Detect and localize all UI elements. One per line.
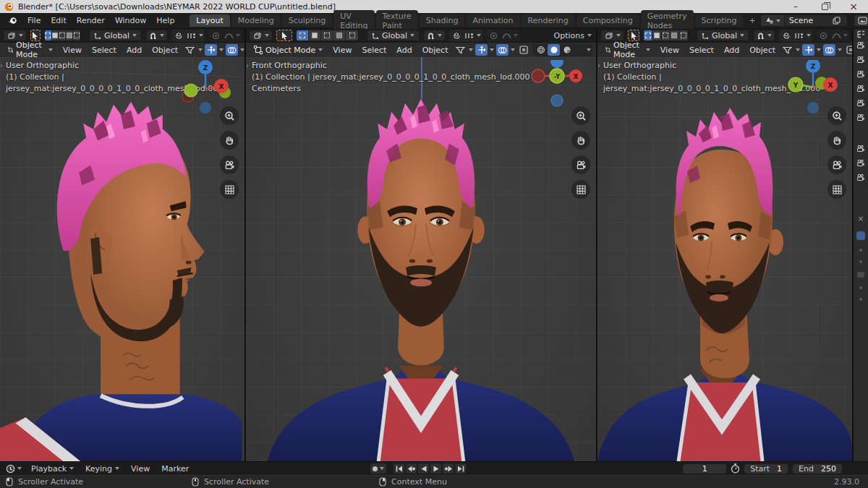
overlays-toggle[interactable] xyxy=(226,44,238,56)
end-frame-field[interactable]: End250 xyxy=(792,463,843,474)
zoom-button[interactable] xyxy=(571,106,590,125)
maximize-button[interactable] xyxy=(810,0,839,13)
select-mode-extend[interactable] xyxy=(309,30,321,40)
scene-name[interactable]: Scene xyxy=(785,16,830,25)
menu-render[interactable]: Render xyxy=(72,16,110,25)
properties-tab[interactable] xyxy=(857,272,864,278)
properties-tab-active[interactable] xyxy=(856,231,865,240)
select-mode-intersect[interactable] xyxy=(679,30,688,40)
camera-view-button[interactable] xyxy=(220,155,239,174)
camera-icon[interactable] xyxy=(856,56,866,64)
tab-texture-paint[interactable]: Texture Paint xyxy=(376,10,418,32)
proportional-falloff-button[interactable] xyxy=(793,30,806,41)
properties-tab[interactable] xyxy=(859,286,862,289)
menu-select[interactable]: Select xyxy=(685,46,718,55)
menu-object[interactable]: Object xyxy=(745,46,780,55)
tab-sculpting[interactable]: Sculpting xyxy=(282,14,332,27)
select-mode-new[interactable] xyxy=(45,30,52,40)
gizmos-toggle[interactable] xyxy=(205,44,217,56)
camera-view-button[interactable] xyxy=(571,155,590,174)
overlays-toggle[interactable] xyxy=(823,44,835,56)
menu-add[interactable]: Add xyxy=(122,46,146,55)
camera-icon[interactable] xyxy=(856,85,866,93)
previous-keyframe-button[interactable] xyxy=(406,463,417,474)
center-point-button[interactable] xyxy=(817,30,830,41)
gizmo-neg-z-ball[interactable] xyxy=(551,95,563,106)
gizmo-neg-z-ball[interactable] xyxy=(807,102,819,114)
toolbar-expand-arrow[interactable]: › xyxy=(246,61,249,69)
tab-shading[interactable]: Shading xyxy=(420,14,465,27)
tab-animation[interactable]: Animation xyxy=(466,14,519,27)
editor-type-button[interactable] xyxy=(600,30,624,41)
proportional-edit-toggle[interactable] xyxy=(451,30,463,41)
grid-view-button[interactable] xyxy=(220,180,239,199)
zoom-button[interactable] xyxy=(827,106,846,125)
viewport-left-canvas[interactable]: › User Orthographic (1) Collection | jer… xyxy=(0,57,244,461)
pan-button[interactable] xyxy=(220,131,239,150)
shading-wireframe-button[interactable] xyxy=(535,44,547,56)
model-neymar-three-quarter-view[interactable] xyxy=(597,57,852,461)
playback-dropdown[interactable]: Playback xyxy=(27,464,78,474)
next-keyframe-button[interactable] xyxy=(443,463,454,474)
menu-object[interactable]: Object xyxy=(148,46,182,55)
jump-to-end-button[interactable] xyxy=(455,463,466,474)
select-mode-intersect[interactable] xyxy=(346,30,358,40)
menu-select[interactable]: Select xyxy=(88,46,121,55)
viewport-front-canvas[interactable]: › Front Orthographic (1) Collection | je… xyxy=(246,57,596,461)
camera-icon[interactable] xyxy=(856,70,866,78)
select-mode-subtract[interactable] xyxy=(662,30,671,40)
select-mode-subtract[interactable] xyxy=(59,30,67,40)
active-tool-select-box[interactable] xyxy=(30,30,41,41)
model-neymar-side-view[interactable] xyxy=(0,57,244,461)
model-neymar-front-view[interactable] xyxy=(246,57,596,461)
mode-dropdown[interactable]: Object Mode xyxy=(250,46,327,55)
xray-toggle[interactable] xyxy=(517,44,529,56)
scene-unlink-button[interactable]: × xyxy=(844,16,848,25)
keying-dropdown[interactable]: Keying xyxy=(81,464,124,474)
transform-orientation-dropdown[interactable]: Global xyxy=(697,30,749,41)
object-visibility-button[interactable] xyxy=(184,44,196,56)
properties-tab[interactable] xyxy=(859,249,862,252)
center-point-button[interactable] xyxy=(488,30,500,41)
menu-window[interactable]: Window xyxy=(110,16,151,25)
proportional-edit-toggle[interactable] xyxy=(173,30,185,41)
menu-edit[interactable]: Edit xyxy=(46,16,71,25)
camera-view-button[interactable] xyxy=(827,155,846,174)
stopwatch-icon[interactable] xyxy=(731,463,740,474)
gizmo-neg-x-ball[interactable] xyxy=(532,69,545,82)
falloff-curve-button[interactable] xyxy=(223,30,235,41)
select-mode-extend[interactable] xyxy=(52,30,59,40)
menu-help[interactable]: Help xyxy=(151,16,179,25)
gizmo-y-ball[interactable] xyxy=(184,84,197,97)
falloff-curve-button[interactable] xyxy=(501,30,513,41)
menu-file[interactable]: File xyxy=(22,16,46,25)
record-icon[interactable] xyxy=(373,466,378,471)
play-button[interactable] xyxy=(430,463,441,474)
select-mode-invert[interactable] xyxy=(66,30,73,40)
overlays-toggle[interactable] xyxy=(496,44,509,56)
editor-type-button[interactable] xyxy=(249,30,273,41)
menu-add[interactable]: Add xyxy=(392,46,416,55)
select-mode-extend[interactable] xyxy=(652,30,661,40)
camera-icon[interactable] xyxy=(856,114,866,121)
select-mode-subtract[interactable] xyxy=(321,30,333,40)
snap-dropdown[interactable] xyxy=(423,30,446,41)
select-mode-intersect[interactable] xyxy=(73,30,80,40)
start-frame-field[interactable]: Start1 xyxy=(744,463,788,474)
grid-view-button[interactable] xyxy=(571,180,590,199)
gizmo-neg-z-ball[interactable] xyxy=(200,102,211,114)
scene-new-button[interactable] xyxy=(829,15,844,26)
toolbar-expand-arrow[interactable]: › xyxy=(0,61,3,69)
minimize-button[interactable]: – xyxy=(781,0,810,13)
shading-rendered-button[interactable] xyxy=(574,44,586,56)
tab-modeling[interactable]: Modeling xyxy=(231,14,281,27)
shading-solid-button[interactable] xyxy=(548,44,560,56)
editor-type-button[interactable] xyxy=(3,30,27,41)
active-tool-select-box[interactable] xyxy=(276,30,292,41)
properties-tab[interactable] xyxy=(859,260,862,263)
close-button[interactable]: × xyxy=(839,0,868,13)
proportional-falloff-button[interactable] xyxy=(464,30,476,41)
menu-view[interactable]: View xyxy=(656,46,684,55)
blender-menu-button[interactable] xyxy=(3,16,22,25)
select-mode-new[interactable] xyxy=(297,30,309,40)
